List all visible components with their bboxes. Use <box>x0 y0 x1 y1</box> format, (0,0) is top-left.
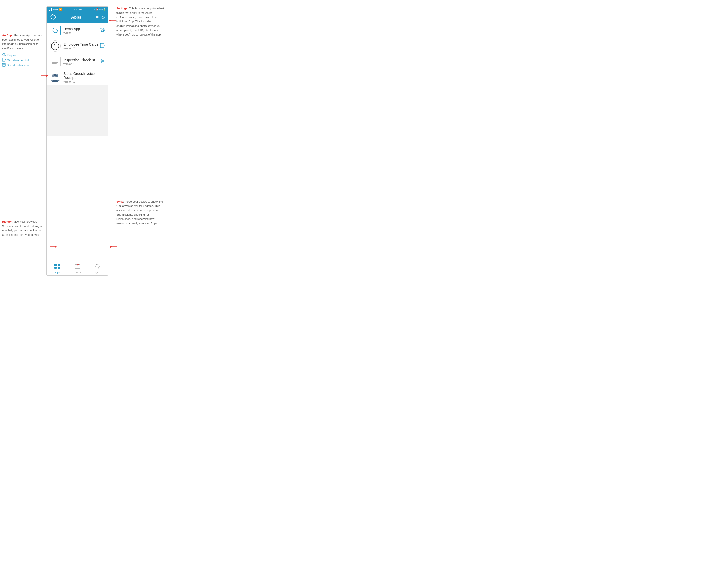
arrow-to-app <box>41 70 48 81</box>
svg-rect-5 <box>102 59 104 60</box>
time-display: 4:28 PM <box>74 8 82 11</box>
icon-labels: Dispatch Workflow handoff Saved Submissi… <box>2 53 42 67</box>
svg-rect-12 <box>54 267 57 269</box>
clock-minute-hand <box>55 46 58 46</box>
sync-tab-icon <box>94 264 101 270</box>
app-name-inspection: Inspection Checklist <box>63 58 101 62</box>
app-item-sales[interactable]: Sales Order/Invoice Receipt version 1 <box>47 69 108 85</box>
tab-history-label: History <box>74 271 81 273</box>
app-icon-inspection <box>50 56 61 67</box>
svg-rect-10 <box>54 264 57 266</box>
settings-annotation-body: : This is where to go to adjust things t… <box>116 7 164 36</box>
settings-icon[interactable]: ⚙ <box>101 15 105 20</box>
battery-icon: 🔋 <box>103 8 106 11</box>
svg-rect-18 <box>2 58 5 61</box>
svg-rect-3 <box>100 43 104 47</box>
tab-history[interactable]: History <box>67 262 87 275</box>
phone-screen: AT&T 📶 4:28 PM ↑ ⏰ 45% 🔋 Apps ≡ <box>46 6 108 275</box>
arrow-to-sync <box>110 244 117 249</box>
right-annotations: Settings: This is where to go to adjust … <box>116 6 164 37</box>
app-annotation-title: An App <box>2 34 12 37</box>
app-info-timecards: Employee Time Cards version 2 <box>63 42 100 50</box>
app-name-timecards: Employee Time Cards <box>63 42 100 46</box>
status-right: ↑ ⏰ 45% 🔋 <box>94 8 106 11</box>
phone-mockup: AT&T 📶 4:28 PM ↑ ⏰ 45% 🔋 Apps ≡ <box>46 6 108 275</box>
app-name-sales: Sales Order/Invoice Receipt <box>63 71 105 80</box>
checklist-lines <box>51 58 60 65</box>
saved-label-row: Saved Submission <box>2 63 42 67</box>
checklist-line-4 <box>52 63 57 64</box>
checklist-line-2 <box>52 61 57 61</box>
dispatch-badge-demo <box>100 28 105 33</box>
svg-point-17 <box>4 54 5 55</box>
nav-bar: Apps ≡ ⚙ <box>47 12 108 23</box>
clock-face <box>51 42 59 50</box>
workflow-icon-symbol <box>2 58 6 62</box>
svg-rect-14 <box>75 264 80 268</box>
tab-apps[interactable]: Apps <box>47 262 67 275</box>
sync-annotation-text: Sync: Force your device to check the GoC… <box>116 199 164 225</box>
app-info-sales: Sales Order/Invoice Receipt version 1 <box>63 71 105 83</box>
workflow-label: Workflow handoff <box>7 58 29 62</box>
sync-annotation-body: : Force your device to check the GoCanva… <box>116 200 163 225</box>
tab-apps-label: Apps <box>54 271 60 273</box>
svg-rect-6 <box>102 61 104 63</box>
saved-badge-inspection <box>101 59 105 64</box>
app-icon-demo <box>50 25 61 36</box>
signal-bars <box>49 8 52 11</box>
arrow-to-settings <box>109 18 116 23</box>
app-item-timecards[interactable]: Employee Time Cards version 2 <box>47 38 108 54</box>
app-name-demo: Demo App <box>63 27 100 31</box>
clock-center-dot <box>55 46 56 46</box>
checklist-line-1 <box>52 59 58 60</box>
arrow-to-history <box>49 244 57 249</box>
apps-tab-icon <box>54 264 60 270</box>
svg-rect-21 <box>3 65 5 66</box>
tab-sync-label: Sync <box>95 271 100 273</box>
app-item-inspection[interactable]: Inspection Checklist version 1 <box>47 54 108 69</box>
app-version-demo: version 7 <box>63 31 100 34</box>
empty-list-area <box>47 85 108 136</box>
message-icon[interactable]: ≡ <box>96 15 99 20</box>
svg-rect-20 <box>3 63 5 64</box>
gocanvas-logo <box>50 13 57 21</box>
app-icon-timecards <box>50 40 61 52</box>
app-version-sales: version 1 <box>63 80 105 83</box>
alarm-icon: ⏰ <box>95 8 98 11</box>
carrier-label: AT&T <box>53 8 58 11</box>
dispatch-icon-symbol <box>2 53 6 57</box>
app-item-demo[interactable]: Demo App version 7 <box>47 23 108 38</box>
battery-label: 45% <box>99 8 103 11</box>
location-icon: ↑ <box>94 8 95 11</box>
saved-icon-symbol <box>2 63 6 67</box>
app-info-demo: Demo App version 7 <box>63 27 100 34</box>
dispatch-label: Dispatch <box>7 54 18 57</box>
tab-sync[interactable]: Sync <box>88 262 108 275</box>
history-tab-icon <box>74 264 80 270</box>
sync-annotation-title: Sync <box>116 200 123 203</box>
app-list: Demo App version 7 <box>47 23 108 262</box>
svg-rect-13 <box>58 267 60 269</box>
history-annotation-title: History <box>2 220 12 223</box>
app-icon-sales <box>50 72 61 83</box>
history-annotation: History: View your previous Submissions.… <box>2 220 42 237</box>
nav-title: Apps <box>71 15 81 20</box>
checklist-line-3 <box>52 62 58 63</box>
saved-label: Saved Submission <box>7 64 30 67</box>
workflow-badge-timecards <box>100 43 105 49</box>
nav-icons: ≡ ⚙ <box>96 15 105 20</box>
svg-point-9 <box>54 74 57 77</box>
svg-rect-11 <box>58 264 60 266</box>
app-description-text: An App: This is an App that has been ass… <box>2 33 42 51</box>
svg-point-2 <box>102 30 103 30</box>
left-annotations: An App: This is an App that has been ass… <box>2 33 42 68</box>
wifi-icon: 📶 <box>59 8 62 11</box>
tab-bar: Apps History <box>47 262 108 275</box>
dispatch-label-row: Dispatch <box>2 53 42 57</box>
settings-annotation-text: Settings: This is where to go to adjust … <box>116 6 164 37</box>
settings-annotation-title: Settings <box>116 7 127 10</box>
status-bar: AT&T 📶 4:28 PM ↑ ⏰ 45% 🔋 <box>47 7 108 12</box>
app-version-timecards: version 2 <box>63 47 100 50</box>
app-version-inspection: version 1 <box>63 62 101 65</box>
app-info-inspection: Inspection Checklist version 1 <box>63 58 101 65</box>
